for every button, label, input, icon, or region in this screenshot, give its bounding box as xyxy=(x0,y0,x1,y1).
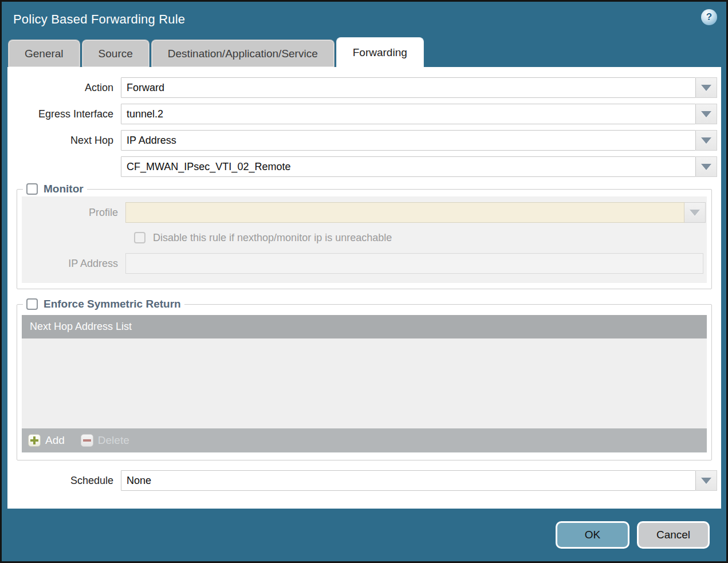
profile-field xyxy=(125,202,706,223)
symmetric-return-group: Enforce Symmetric Return Next Hop Addres… xyxy=(17,298,712,460)
tab-general[interactable]: General xyxy=(8,40,80,67)
tab-bar: General Source Destination/Application/S… xyxy=(2,37,726,67)
monitor-checkbox[interactable] xyxy=(26,183,38,195)
egress-interface-dropdown-button[interactable] xyxy=(696,104,717,124)
chevron-down-icon xyxy=(701,111,711,117)
table-footer: Add Delete xyxy=(22,428,707,452)
cancel-button[interactable]: Cancel xyxy=(637,521,710,549)
schedule-field xyxy=(121,470,717,491)
forwarding-tab-panel: Action Egress Interface Next Hop xyxy=(7,67,721,509)
delete-button-label: Delete xyxy=(98,434,129,447)
action-dropdown-button[interactable] xyxy=(696,77,717,98)
profile-row: Profile xyxy=(22,202,707,223)
action-input[interactable] xyxy=(121,77,696,98)
ok-button-label: OK xyxy=(585,529,600,541)
tab-source-label: Source xyxy=(99,48,133,60)
pbf-rule-dialog: Policy Based Forwarding Rule ? General S… xyxy=(0,0,728,563)
delete-button: Delete xyxy=(81,434,129,447)
disable-rule-checkbox xyxy=(134,232,145,243)
symmetric-return-checkbox[interactable] xyxy=(26,298,38,310)
help-icon[interactable]: ? xyxy=(701,9,717,25)
profile-dropdown-button xyxy=(684,202,706,223)
table-header: Next Hop Address List xyxy=(22,315,707,338)
monitor-panel: Profile Disable this rule if nexthop/mon… xyxy=(22,196,707,283)
chevron-down-icon xyxy=(701,137,711,144)
tab-destination-label: Destination/Application/Service xyxy=(168,48,318,60)
tab-forwarding[interactable]: Forwarding xyxy=(336,37,424,67)
help-glyph: ? xyxy=(706,11,712,23)
dialog-titlebar: Policy Based Forwarding Rule ? xyxy=(2,2,726,37)
chevron-down-icon xyxy=(701,164,711,170)
next-hop-address-input[interactable] xyxy=(121,156,696,177)
profile-label: Profile xyxy=(22,207,125,219)
symmetric-return-legend: Enforce Symmetric Return xyxy=(23,298,184,310)
monitor-group: Monitor Profile Disable this rule if nex… xyxy=(17,183,712,289)
next-hop-row: Next Hop xyxy=(7,130,721,151)
add-button-label: Add xyxy=(45,434,65,447)
disable-rule-label: Disable this rule if nexthop/monitor ip … xyxy=(153,232,392,244)
chevron-down-icon xyxy=(701,85,711,91)
profile-input xyxy=(125,202,684,223)
disable-rule-row: Disable this rule if nexthop/monitor ip … xyxy=(134,229,707,246)
minus-icon xyxy=(81,434,93,447)
egress-interface-input[interactable] xyxy=(121,104,696,124)
schedule-label: Schedule xyxy=(7,475,121,487)
egress-interface-row: Egress Interface xyxy=(7,104,721,124)
table-header-label: Next Hop Address List xyxy=(30,321,132,333)
action-field xyxy=(121,77,717,98)
tab-destination-application-service[interactable]: Destination/Application/Service xyxy=(151,40,335,67)
dialog-footer: OK Cancel xyxy=(2,509,726,561)
ok-button[interactable]: OK xyxy=(556,521,629,549)
next-hop-dropdown-button[interactable] xyxy=(696,130,717,151)
schedule-dropdown-button[interactable] xyxy=(696,470,717,491)
plus-icon xyxy=(28,434,41,447)
monitor-ip-address-input xyxy=(125,253,703,274)
egress-interface-field xyxy=(121,104,717,124)
next-hop-label: Next Hop xyxy=(7,135,121,147)
table-body xyxy=(22,338,707,428)
schedule-row: Schedule xyxy=(7,470,721,491)
tab-forwarding-label: Forwarding xyxy=(353,46,407,59)
chevron-down-icon xyxy=(701,478,711,484)
action-label: Action xyxy=(7,82,121,94)
tab-source[interactable]: Source xyxy=(82,40,149,67)
monitor-ip-address-field xyxy=(125,253,706,274)
monitor-legend: Monitor xyxy=(23,183,87,195)
monitor-ip-address-row: IP Address xyxy=(22,253,707,274)
egress-interface-label: Egress Interface xyxy=(7,108,121,120)
monitor-ip-address-label: IP Address xyxy=(22,258,125,270)
next-hop-field xyxy=(121,130,717,151)
cancel-button-label: Cancel xyxy=(656,529,690,541)
next-hop-address-row xyxy=(7,156,721,177)
symmetric-return-legend-label: Enforce Symmetric Return xyxy=(44,298,181,310)
next-hop-address-list-table: Next Hop Address List Add xyxy=(22,315,707,452)
tab-general-label: General xyxy=(25,48,64,60)
monitor-legend-label: Monitor xyxy=(44,183,84,195)
action-row: Action xyxy=(7,77,721,98)
next-hop-address-field xyxy=(121,156,717,177)
next-hop-address-dropdown-button[interactable] xyxy=(696,156,717,177)
add-button[interactable]: Add xyxy=(28,434,65,447)
schedule-input[interactable] xyxy=(121,470,696,491)
dialog-title: Policy Based Forwarding Rule xyxy=(13,12,185,27)
next-hop-type-input[interactable] xyxy=(121,130,696,151)
chevron-down-icon xyxy=(690,210,700,216)
